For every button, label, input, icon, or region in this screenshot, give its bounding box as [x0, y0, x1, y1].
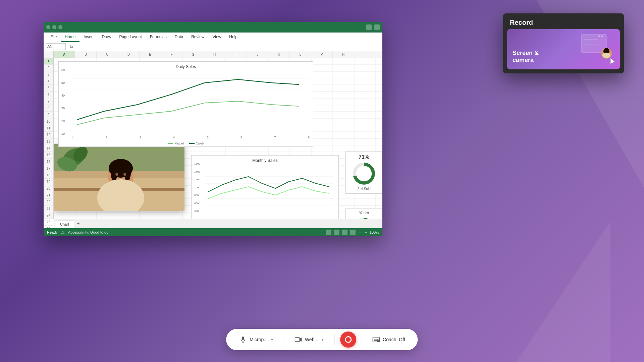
webcam-label: Web...	[305, 337, 318, 342]
record-panel-header: Record	[503, 13, 624, 29]
col-header-b[interactable]: B	[75, 51, 97, 58]
column-headers: A B C D E F G H I J K L M N	[54, 51, 382, 58]
svg-point-66	[115, 173, 118, 176]
accessibility-icon: ⚠	[61, 230, 65, 235]
row-14[interactable]: 14	[44, 145, 53, 152]
fx-label: fx	[70, 44, 73, 49]
settings-icon	[326, 230, 331, 235]
row-10[interactable]: 10	[44, 118, 53, 125]
status-ready: Ready	[47, 230, 58, 234]
cursor-arrow-icon	[609, 57, 617, 66]
tab-view[interactable]: View	[209, 33, 225, 42]
titlebar-maximize[interactable]	[58, 25, 62, 29]
webcam-icon	[294, 336, 302, 344]
row-1[interactable]: 1	[44, 58, 53, 65]
row-11[interactable]: 11	[44, 125, 53, 132]
webcam-feed	[54, 144, 184, 211]
col-header-c[interactable]: C	[97, 51, 118, 58]
titlebar-close[interactable]	[46, 25, 50, 29]
screen-camera-mockup	[580, 33, 613, 59]
row-17[interactable]: 17	[44, 165, 53, 172]
col-header-d[interactable]: D	[118, 51, 140, 58]
row-12[interactable]: 12	[44, 132, 53, 138]
col-header-j[interactable]: J	[247, 51, 268, 58]
donut-chart-67	[351, 216, 377, 219]
tab-insert[interactable]: Insert	[79, 33, 98, 42]
microphone-dropdown-arrow: ▼	[270, 338, 274, 342]
record-panel: Record Screen &camera	[503, 13, 624, 73]
col-header-i[interactable]: I	[225, 51, 247, 58]
row-3[interactable]: 3	[44, 71, 53, 78]
tab-review[interactable]: Review	[187, 33, 208, 42]
webcam-button[interactable]: Web... ▼	[289, 333, 329, 346]
row-9[interactable]: 9	[44, 112, 53, 118]
name-box[interactable]: A1	[46, 43, 66, 50]
microphone-button[interactable]: Microp... ▼	[234, 333, 278, 346]
row-26[interactable]: 26	[44, 226, 53, 228]
row-24[interactable]: 24	[44, 212, 53, 219]
zoom-level: 100%	[370, 230, 379, 234]
row-23[interactable]: 23	[44, 205, 53, 212]
row-16[interactable]: 16	[44, 159, 53, 165]
record-panel-title: Record	[510, 19, 617, 26]
col-header-g[interactable]: G	[182, 51, 204, 58]
tab-page-layout[interactable]: Page Layout	[115, 33, 146, 42]
donut-chart-71	[351, 160, 377, 187]
svg-marker-78	[610, 58, 615, 65]
sold-label: 214 Sold	[348, 187, 379, 191]
webcam-overlay	[54, 144, 184, 211]
tab-home[interactable]: Home	[61, 33, 79, 42]
tab-help[interactable]: Help	[225, 33, 241, 42]
daily-sales-legend: Miguel Caleb	[168, 142, 204, 145]
titlebar-minimize[interactable]	[52, 25, 56, 29]
col-header-f[interactable]: F	[161, 51, 182, 58]
formula-bar: A1 fx	[44, 42, 382, 51]
goal-stat-panel: 97 Left Sales Goal 67%	[345, 208, 382, 219]
microphone-icon	[239, 336, 247, 344]
row-25[interactable]: 25	[44, 219, 53, 226]
row-15[interactable]: 15	[44, 152, 53, 159]
sheet-chart[interactable]: Chart	[55, 221, 74, 228]
col-header-a[interactable]: A	[54, 51, 75, 58]
col-header-h[interactable]: H	[204, 51, 225, 58]
excel-titlebar	[44, 22, 382, 33]
tab-formulas[interactable]: Formulas	[146, 33, 171, 42]
statusbar-right: — + 100%	[326, 230, 379, 235]
daily-sales-y-labels: 605040302010	[61, 68, 65, 135]
toolbar-divider-2	[334, 334, 335, 345]
col-header-k[interactable]: K	[268, 51, 290, 58]
row-20[interactable]: 20	[44, 185, 53, 192]
row-5[interactable]: 5	[44, 85, 53, 92]
row-18[interactable]: 18	[44, 172, 53, 179]
svg-point-65	[124, 164, 131, 181]
col-header-e[interactable]: E	[140, 51, 161, 58]
record-button[interactable]	[340, 331, 356, 348]
tab-data[interactable]: Data	[171, 33, 187, 42]
col-header-l[interactable]: L	[290, 51, 311, 58]
tab-draw[interactable]: Draw	[98, 33, 115, 42]
accessibility-status: Accessibility: Good to go	[68, 230, 108, 234]
row-8[interactable]: 8	[44, 105, 53, 112]
screen-camera-card[interactable]: Screen &camera	[507, 29, 620, 69]
row-2[interactable]: 2	[44, 65, 53, 71]
row-7[interactable]: 7	[44, 98, 53, 105]
ribbon-tabs: File Home Insert Draw Page Layout Formul…	[44, 33, 382, 42]
row-22[interactable]: 22	[44, 199, 53, 205]
row-19[interactable]: 19	[44, 179, 53, 185]
row-4[interactable]: 4	[44, 78, 53, 85]
row-21[interactable]: 21	[44, 192, 53, 199]
webcam-dropdown-arrow: ▼	[321, 338, 324, 342]
svg-rect-82	[295, 338, 300, 342]
col-header-n[interactable]: N	[333, 51, 354, 58]
row-13[interactable]: 13	[44, 138, 53, 145]
tab-file[interactable]: File	[46, 33, 61, 42]
row-6[interactable]: 6	[44, 92, 53, 98]
monthly-sales-chart: Monthly Sales 1600140012001000800600400	[191, 155, 339, 219]
coach-button[interactable]: Coach: Off	[367, 333, 410, 346]
col-header-m[interactable]: M	[311, 51, 333, 58]
coach-icon	[372, 336, 380, 344]
sold-stat-panel: 71% 214 Sold	[345, 151, 382, 194]
svg-marker-83	[300, 338, 302, 342]
add-sheet-button[interactable]: +	[75, 220, 82, 227]
toolbar-divider-1	[284, 334, 284, 345]
